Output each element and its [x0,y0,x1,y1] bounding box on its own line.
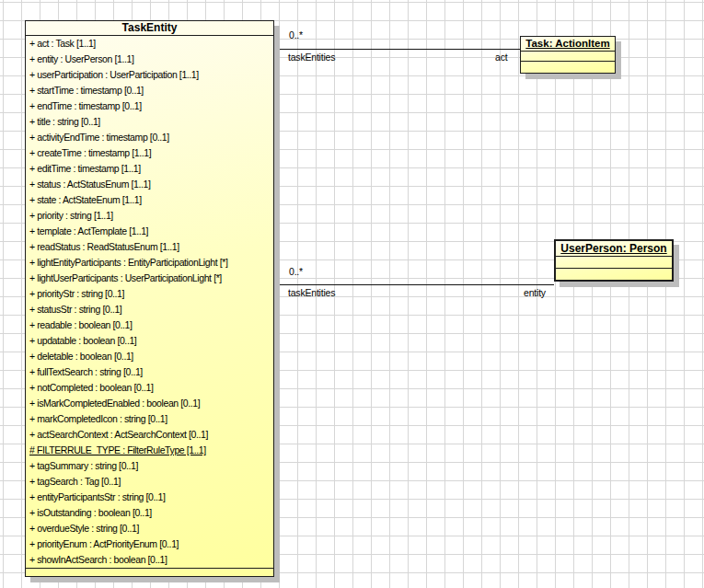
role-label-taskentities-bottom[interactable]: taskEntities [288,287,335,298]
attribute-row[interactable]: + markCompletedIcon : string [0..1] [26,411,273,427]
attribute-row[interactable]: + userParticipation : UserParticipation … [26,67,273,83]
attribute-row[interactable]: + tagSearch : Tag [0..1] [26,474,273,490]
attributes-compartment-task [521,52,615,62]
attribute-row[interactable]: + title : string [0..1] [26,114,273,130]
attribute-row[interactable]: + updatable : boolean [0..1] [26,333,273,349]
operations-compartment-task [521,62,615,73]
class-box-taskentity[interactable]: TaskEntity + act : Task [1..1]+ entity :… [25,20,274,577]
attribute-row[interactable]: + template : ActTemplate [1..1] [26,224,273,239]
attribute-row[interactable]: + activityEndTime : timestamp [0..1] [26,130,273,145]
attribute-row[interactable]: + state : ActStateEnum [1..1] [26,192,273,208]
attribute-row[interactable]: + actSearchContext : ActSearchContext [0… [26,427,273,443]
attribute-row[interactable]: + overdueStyle : string [0..1] [26,521,273,536]
role-label-entity[interactable]: entity [524,287,546,298]
attribute-row[interactable]: + deletable : boolean [0..1] [26,349,273,364]
object-name-task-actionitem: Task: ActionItem [521,37,615,52]
object-box-userperson-person[interactable]: UserPerson: Person [554,239,674,282]
attribute-row[interactable]: + status : ActStatusEnum [1..1] [26,177,273,192]
object-box-task-actionitem[interactable]: Task: ActionItem [520,36,616,74]
attribute-row[interactable]: + fullTextSearch : string [0..1] [26,364,273,380]
attribute-row[interactable]: + notCompleted : boolean [0..1] [26,380,273,396]
attribute-list: + act : Task [1..1]+ entity : UserPerson… [26,36,273,568]
attribute-row[interactable]: + priority : string [1..1] [26,208,273,224]
attribute-row[interactable]: + startTime : timestamp [0..1] [26,83,273,98]
multiplicity-label-task[interactable]: 0..* [289,29,303,40]
attribute-row[interactable]: # FILTERRULE_TYPE : FilterRuleType [1..1… [26,443,273,458]
attribute-row[interactable]: + entity : UserPerson [1..1] [26,52,273,67]
association-taskentity-task[interactable] [274,49,520,50]
attribute-row[interactable]: + isMarkCompletedEnabled : boolean [0..1… [26,396,273,411]
attribute-row[interactable]: + editTime : timestamp [1..1] [26,161,273,177]
object-name-userperson-person: UserPerson: Person [556,241,672,257]
role-label-taskentities-top[interactable]: taskEntities [288,52,335,63]
attribute-row[interactable]: + isOutstanding : boolean [0..1] [26,505,273,521]
attribute-row[interactable]: + showInActSearch : boolean [0..1] [26,552,273,568]
attribute-row[interactable]: + lightUserParticipants : UserParticipat… [26,271,273,286]
multiplicity-label-userperson[interactable]: 0..* [289,266,303,277]
attributes-compartment-userperson [556,257,672,269]
attribute-row[interactable]: + entityParticipantsStr : string [0..1] [26,490,273,505]
diagram-canvas: 0..* taskEntities act 0..* taskEntities … [0,0,704,588]
attribute-row[interactable]: + createTime : timestamp [1..1] [26,145,273,161]
class-name-taskentity: TaskEntity [26,21,273,36]
attribute-row[interactable]: + statusStr : string [0..1] [26,302,273,317]
association-taskentity-userperson[interactable] [274,284,554,285]
attribute-row[interactable]: + priorityStr : string [0..1] [26,286,273,302]
attribute-row[interactable]: + tagSummary : string [0..1] [26,458,273,474]
attribute-row[interactable]: + act : Task [1..1] [26,36,273,52]
role-label-act[interactable]: act [495,52,507,63]
operations-compartment-taskentity [26,568,273,576]
attribute-row[interactable]: + lightEntityParticipants : EntityPartic… [26,255,273,271]
attribute-row[interactable]: + readStatus : ReadStatusEnum [1..1] [26,239,273,255]
attribute-row[interactable]: + priorityEnum : ActPriorityEnum [0..1] [26,536,273,552]
attribute-row[interactable]: + readable : boolean [0..1] [26,317,273,333]
operations-compartment-userperson [556,269,672,280]
attribute-row[interactable]: + endTime : timestamp [0..1] [26,98,273,114]
